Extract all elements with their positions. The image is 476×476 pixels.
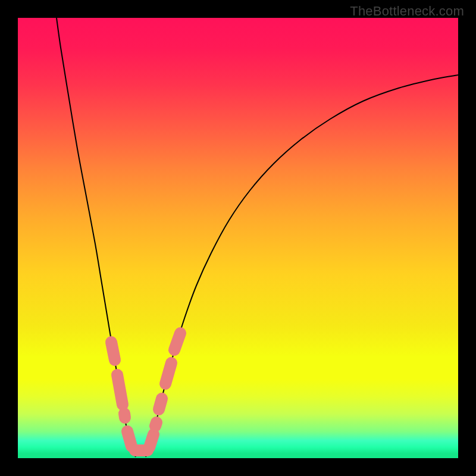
gradient-background [18,18,458,458]
bottleneck-chart: TheBottleneck.com [0,0,476,476]
site-label: TheBottleneck.com [350,4,464,19]
